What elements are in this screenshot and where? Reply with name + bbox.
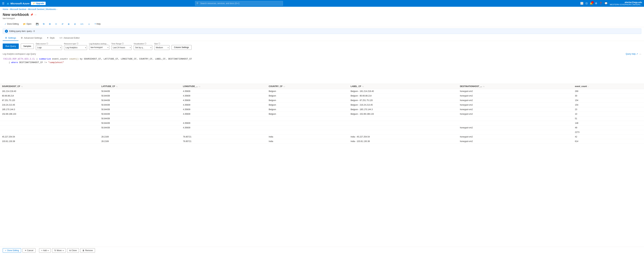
column-settings-button[interactable]: Column Settings [172,45,192,50]
save-icon: 💾 [36,23,38,25]
tab-settings[interactable]: ⚙ Settings [3,35,18,41]
cell-latitude: 28.2169 [100,134,181,139]
tab-style[interactable]: ✦ Style [44,35,57,41]
data-source-select[interactable]: Logs Metrics Azure Resource Graph [36,45,62,50]
done-editing-toolbar-button[interactable]: ✓ Done Editing [3,22,20,26]
col-header-sourcehost[interactable]: SOURCEHOST_CF ↑↓ [0,84,100,89]
col-header-latitude[interactable]: LATITUDE_CF ↑↓ [100,84,181,89]
tab-advanced-editor[interactable]: </> Advanced Editor [57,35,82,41]
global-search-input[interactable] [195,1,283,6]
user-profile[interactable]: aherlac@wgu.edu WESTERN GOVERNORS UNIVER… [610,1,642,5]
col-header-event-count[interactable]: event_count ↓ [573,84,644,89]
cell-latitude: 50.84439 [100,112,181,116]
pin-icon[interactable]: 📌 [30,13,33,16]
cell-latitude: 50.84439 [100,89,181,94]
cell-longitude: 76.85721 [181,134,267,139]
cell-label [348,116,458,121]
copy-button[interactable]: ⧉ [41,22,46,26]
cell-event_count: 614 [573,139,644,144]
resource-type-info-icon[interactable]: ⓘ [76,42,78,45]
tab-advanced-editor-label: Advanced Editor [64,37,80,39]
cell-country: India [267,139,348,144]
code-button[interactable]: </> [78,22,85,26]
samples-button[interactable]: Samples [21,43,34,49]
settings-tabs: ⚙ Settings ⚙ Advanced Settings ✦ Style <… [0,35,644,41]
query-controls: Run Query Samples Data source ⓘ Logs Met… [0,41,644,51]
breadcrumb-workbooks[interactable]: Microsoft Sentinel | Workbooks [28,8,56,10]
col-header-longitude[interactable]: LONGITUDE_... ↑↓ [181,84,267,89]
table-row: 185.170.144.350.844394.35609BelgiumBelgi… [0,107,644,112]
settings-toolbar-button[interactable]: ⚙ [47,22,53,26]
table-row: 80.66.88.21450.844394.35609BelgiumBelgiu… [0,94,644,98]
hamburger-icon[interactable]: ☰ [2,2,4,5]
cell-longitude [181,116,267,121]
time-range-info-icon[interactable]: ⓘ [122,42,124,45]
breadcrumb-sentinel[interactable]: Microsoft Sentinel [10,8,26,10]
cell-sourcehost: 152.89.198.133 [0,112,100,116]
settings-icon[interactable]: ⚙ [595,2,597,5]
visualization-group: Visualization ⓘ Set by q... Table Chart … [134,42,152,50]
table-row: 181.214.218.4050.844394.35609BelgiumBelg… [0,89,644,94]
col-header-destination[interactable]: DESTINATIONHOST_... ↑↓ [458,84,573,89]
summarize-keyword: summarize [39,58,51,60]
run-query-button[interactable]: Run Query [3,43,19,49]
restrict-button[interactable]: ⊘ [72,22,78,26]
time-range-label: Time Range ⓘ [112,42,132,45]
portal-settings-icon[interactable]: ⬜ [580,2,584,5]
upgrade-button[interactable]: ⚡ Upgrade [31,2,46,5]
open-button[interactable]: 📂 Open [21,22,33,26]
visualization-select[interactable]: Set by q... Table Chart [134,45,152,50]
breadcrumb-home[interactable]: Home [3,8,8,10]
tab-style-label: Style [50,37,54,39]
page-subtitle: law-honeypot [3,17,641,19]
visualization-info-icon[interactable]: ⓘ [144,42,146,45]
time-range-select[interactable]: Last 24 hours Last 48 hours Last 7 days … [112,45,132,50]
help-icon[interactable]: ❓ [599,2,602,5]
more-options-icon[interactable]: ··· [34,13,36,16]
workspace-select[interactable]: law-honeypot [89,45,109,50]
notifications-icon[interactable]: 🔔 1 [590,2,593,5]
resource-type-select[interactable]: Log Analytics Application Insights [64,45,87,50]
table-row: 45.227.254.5428.216976.85721IndiaIndia -… [0,134,644,139]
size-select[interactable]: Small Medium Large Full [154,45,170,50]
query-code-block[interactable]: FAILED_RDP_WITH_GEO_3_CL | summarize eve… [3,56,641,83]
add-toolbar-button[interactable]: ⊕ [66,22,72,26]
query-help-link[interactable]: Query help ↗ [626,53,638,55]
save-button[interactable]: 💾 [34,22,40,26]
cell-event_count: 23 [573,107,644,112]
tab-advanced-settings[interactable]: ⚙ Advanced Settings [18,35,44,41]
edit-button[interactable]: ✏ [54,22,59,26]
main-toolbar: ✓ Done Editing 📂 Open 💾 ⧉ ⚙ ✏ ↺ ⊕ ⊘ </> … [0,21,644,27]
cell-country: Belgium [267,94,348,98]
breadcrumb-chevron-3: › [56,8,57,10]
emoji-button[interactable]: ☺ [86,22,92,26]
table-row: 87.251.75.12050.844394.35609BelgiumBelgi… [0,98,644,103]
size-info-icon[interactable]: ⓘ [158,42,160,45]
visualization-label: Visualization ⓘ [134,42,152,45]
results-table-container: SOURCEHOST_CF ↑↓ LATITUDE_CF ↑↓ LONGITUD… [0,84,644,152]
cell-longitude: 76.85721 [181,139,267,144]
emoji-icon: ☺ [88,23,90,25]
cell-event_count: 154 [573,103,644,107]
restrict-icon: ⊘ [74,23,76,25]
sort-icon-label: ↑↓ [362,86,364,87]
col-header-label[interactable]: LABEL_CF ↑↓ [348,84,458,89]
cell-event_count: 2273 [573,130,644,134]
feedback-icon[interactable]: 💬 [604,2,608,5]
cell-sourcehost: 185.170.144.3 [0,107,100,112]
cell-event_count: 42 [573,134,644,139]
col-header-country[interactable]: COUNTRY_CF ↑↓ [267,84,348,89]
cloud-shell-icon[interactable]: ⊡ [586,2,588,5]
cell-event_count: 49 [573,126,644,130]
cell-event_count: 10 [573,112,644,116]
code-icon: </> [80,23,84,25]
cell-destination [458,121,573,126]
cell-event_count: 148 [573,121,644,126]
help-button[interactable]: ? Help [93,22,102,26]
refresh-button[interactable]: ↺ [60,22,65,26]
cell-label: Belgium - 87.251.75.120 [348,98,458,103]
data-source-info-icon[interactable]: ⓘ [46,42,48,45]
cell-latitude: 28.2169 [100,139,181,144]
query-editor-more-icon[interactable]: ··· [639,53,641,55]
data-source-group: Data source ⓘ Logs Metrics Azure Resourc… [36,42,62,50]
